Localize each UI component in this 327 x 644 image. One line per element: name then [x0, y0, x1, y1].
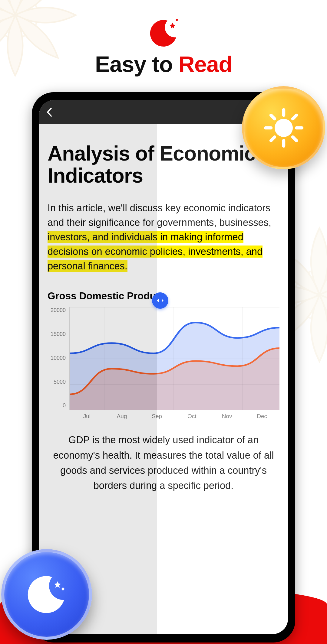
- arrows-horizontal-icon: [156, 298, 164, 303]
- svg-point-2: [176, 19, 178, 21]
- chart-x-axis: JulAugSepOctNovDec: [69, 410, 279, 420]
- svg-point-0: [0, 0, 38, 38]
- app-logo-moon-icon: [147, 17, 180, 50]
- section-body-gdp: GDP is the most widely used indicator of…: [48, 432, 279, 493]
- headline-part1: Easy to: [95, 52, 179, 77]
- theme-split-handle[interactable]: [152, 292, 168, 309]
- back-button[interactable]: [46, 107, 52, 117]
- svg-point-12: [62, 588, 64, 590]
- article-intro: In this article, we'll discuss key econo…: [48, 201, 279, 273]
- x-tick: Sep: [139, 413, 174, 420]
- svg-line-9: [293, 137, 296, 141]
- y-tick: 20000: [48, 307, 66, 314]
- x-tick: Aug: [104, 413, 140, 420]
- decor-flower-tl: [0, 0, 91, 91]
- x-tick: Oct: [174, 413, 210, 420]
- dark-mode-coin: [1, 549, 92, 640]
- promo-headline: Easy to Read: [0, 51, 327, 77]
- sun-icon: [261, 105, 306, 151]
- intro-highlight: investors, and individuals in making inf…: [48, 231, 263, 272]
- svg-line-8: [271, 115, 275, 119]
- gdp-chart: 20000150001000050000: [48, 307, 279, 410]
- chart-grid: [70, 307, 279, 410]
- svg-point-1: [295, 270, 327, 320]
- x-tick: Dec: [244, 413, 279, 420]
- y-tick: 15000: [48, 331, 66, 337]
- svg-point-3: [275, 119, 293, 137]
- y-tick: 0: [48, 402, 66, 409]
- article-content: Analysis of Economic Indicators In this …: [39, 124, 288, 634]
- svg-line-11: [293, 115, 296, 119]
- light-mode-coin: [242, 86, 325, 169]
- y-tick: 5000: [48, 379, 66, 385]
- phone-screen: Analysis of Economic Indicators In this …: [39, 100, 288, 634]
- chevron-left-icon: [46, 107, 52, 117]
- intro-plain: In this article, we'll discuss key econo…: [48, 203, 271, 228]
- svg-line-10: [271, 137, 275, 141]
- chart-y-axis: 20000150001000050000: [48, 307, 66, 410]
- headline-part2: Read: [178, 52, 232, 77]
- moon-icon: [19, 567, 74, 622]
- x-tick: Jul: [69, 413, 104, 420]
- y-tick: 10000: [48, 355, 66, 361]
- article-title: Analysis of Economic Indicators: [48, 142, 279, 187]
- chart-plot-area: [69, 307, 279, 410]
- x-tick: Nov: [210, 413, 245, 420]
